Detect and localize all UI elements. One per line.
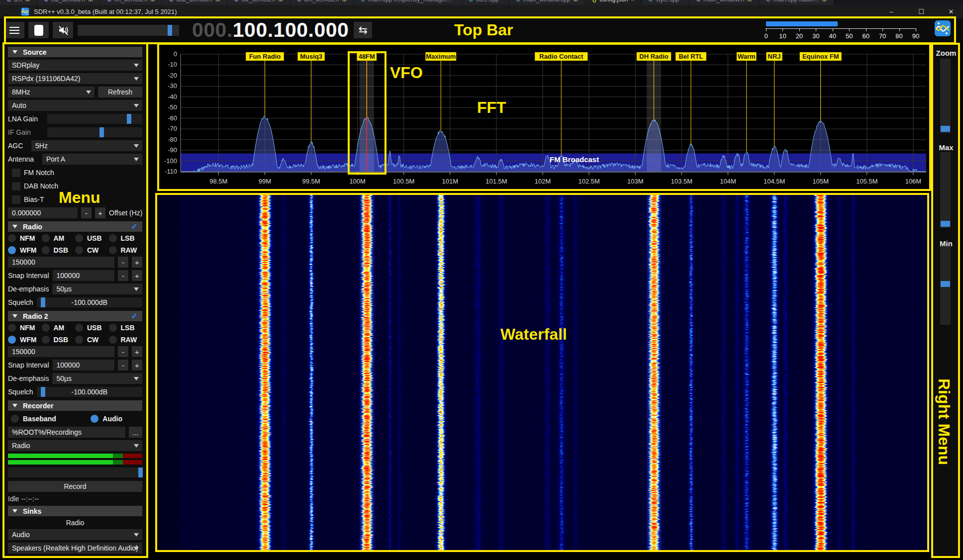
mode-nfm-radio[interactable]: NFM (8, 234, 42, 242)
snap-increment-button[interactable]: + (132, 360, 142, 371)
mode-dsb-radio[interactable]: DSB (42, 336, 76, 344)
mode-wfm-radio[interactable]: WFM (8, 336, 42, 344)
source-device-select[interactable]: RSPdx (191106DA42) (8, 73, 142, 84)
waterfall[interactable] (158, 195, 931, 552)
dab-notch-checkbox[interactable] (12, 182, 20, 190)
editor-tab[interactable]: Cam_demod.hM (290, 0, 354, 5)
maximize-button[interactable]: ☐ (916, 8, 926, 15)
sink-type-select[interactable]: Audio (8, 529, 142, 540)
minimize-button[interactable]: – (886, 8, 896, 15)
slider-handle[interactable] (941, 126, 950, 132)
bandwidth-select[interactable]: 8MHz (8, 87, 95, 97)
editor-tab[interactable]: {}config.json× (585, 0, 642, 5)
volume-slider-handle[interactable] (168, 25, 172, 36)
editor-tab[interactable]: Clsb_demod.hM (37, 0, 100, 5)
record-baseband-radio[interactable]: Baseband (11, 415, 56, 423)
mode-lsb-radio[interactable]: LSB (109, 324, 143, 332)
editor-tab[interactable]: Cstyle.cpp (642, 0, 689, 5)
record-button[interactable]: Record (8, 481, 142, 492)
gain-mode-select[interactable]: Auto (8, 100, 142, 111)
mode-raw-radio[interactable]: RAW (109, 336, 143, 344)
if-gain-slider[interactable] (47, 127, 142, 137)
recorder-volume-slider[interactable] (8, 467, 142, 477)
mode-am-radio[interactable]: AM (42, 324, 76, 332)
bias-t-checkbox[interactable] (12, 195, 20, 204)
bandwidth-increment-button[interactable]: + (132, 257, 142, 268)
fft-min-slider[interactable] (940, 246, 951, 325)
record-audio-radio[interactable]: Audio (91, 415, 122, 423)
source-section-header[interactable]: Source (8, 47, 142, 57)
zoom-slider[interactable] (940, 59, 951, 133)
recorder-section-header[interactable]: Recorder (8, 400, 142, 411)
retune-swap-button[interactable]: ⇆ (354, 22, 372, 38)
db-axis-label: -70 (168, 125, 177, 132)
slider-handle[interactable] (127, 114, 131, 124)
source-driver-select[interactable]: SDRplay (8, 60, 142, 71)
stop-button[interactable] (28, 22, 49, 38)
editor-tab[interactable]: Cmain_window.hM (689, 0, 759, 5)
squelch-slider[interactable]: -100.000dB (37, 297, 142, 307)
mode-cw-radio[interactable]: CW (75, 246, 109, 254)
mode-nfm-radio[interactable]: NFM (8, 324, 42, 332)
mode-raw-radio[interactable]: RAW (109, 246, 143, 254)
deemphasis-select[interactable]: 50µs (52, 373, 142, 384)
mode-usb-radio[interactable]: USB (75, 324, 109, 332)
main-menu-button[interactable] (4, 22, 24, 38)
snap-interval-input[interactable]: 100000 (53, 360, 115, 371)
fm-notch-checkbox[interactable] (12, 169, 20, 177)
offset-input[interactable]: 0.000000 (8, 207, 78, 218)
close-button[interactable]: ✕ (946, 8, 956, 15)
radio2-section-header[interactable]: Radio 2 ✓ (8, 311, 142, 321)
bandwidth-increment-button[interactable]: + (132, 346, 142, 357)
radio2-bandwidth-input[interactable]: 150000 (8, 346, 114, 357)
antenna-select[interactable]: Port A (42, 154, 142, 165)
radio-section-header[interactable]: Radio ✓ (8, 221, 142, 232)
mode-dsb-radio[interactable]: DSB (42, 246, 76, 254)
slider-handle[interactable] (138, 467, 143, 477)
frequency-display[interactable]: 000.100.100.000 (192, 20, 349, 40)
squelch-slider[interactable]: -100.000dB (37, 387, 142, 397)
deemphasis-select[interactable]: 50µs (52, 283, 142, 294)
bandwidth-decrement-button[interactable]: - (118, 257, 128, 268)
snap-decrement-button[interactable]: - (118, 270, 128, 281)
editor-tab[interactable]: Cmain.cpp radio\...M (759, 0, 834, 5)
snap-interval-input[interactable]: 100000 (53, 270, 115, 281)
fft-max-slider[interactable] (940, 152, 951, 228)
lna-gain-slider[interactable] (47, 114, 142, 124)
snap-increment-button[interactable]: + (132, 270, 142, 281)
editor-tab[interactable]: Cfm_demod.hM (100, 0, 163, 5)
radio-bandwidth-input[interactable]: 150000 (8, 257, 114, 268)
editor-tab[interactable]: Ccw_demod.hM (227, 0, 290, 5)
offset-decrement-button[interactable]: - (81, 207, 92, 218)
slider-handle[interactable] (941, 281, 950, 287)
bandwidth-decrement-button[interactable]: - (118, 346, 128, 357)
agc-rate-select[interactable]: 5Hz (31, 140, 142, 151)
browse-button[interactable]: ... (129, 427, 142, 438)
editor-tab[interactable]: Cmain.cpp frequency_manager... (354, 0, 462, 5)
recordings-path-input[interactable]: %ROOT%/Recordings (8, 427, 125, 438)
volume-slider[interactable] (78, 25, 179, 36)
audio-device-select[interactable]: Speakers (Realtek High Definition Audio) (8, 543, 142, 554)
slider-handle[interactable] (941, 221, 950, 227)
mode-wfm-radio[interactable]: WFM (8, 246, 42, 254)
editor-tab[interactable]: Cmain_window.cppM (509, 0, 585, 5)
refresh-button[interactable]: Refresh (98, 87, 142, 97)
offset-increment-button[interactable]: + (95, 207, 105, 218)
snap-decrement-button[interactable]: - (118, 360, 128, 371)
mode-usb-radio[interactable]: USB (75, 234, 109, 242)
sinks-section-header[interactable]: Sinks (8, 506, 142, 516)
mute-button[interactable] (53, 22, 73, 38)
editor-tab[interactable]: Ccore.cpp (462, 0, 509, 5)
fft-plot[interactable]: Fun RadioMusiq348FMMaximumRadio ContactD… (158, 43, 931, 192)
tab-modified-marker: M (747, 0, 752, 2)
mode-cw-radio[interactable]: CW (75, 336, 109, 344)
slider-handle[interactable] (99, 127, 104, 137)
freq-axis-label: 101.5M (485, 178, 507, 185)
mode-lsb-radio[interactable]: LSB (109, 234, 143, 242)
editor-tab[interactable]: Cd.hM (0, 0, 37, 5)
editor-tab[interactable]: Cdsb_demod.hM (162, 0, 227, 5)
recorder-stream-select[interactable]: Radio (8, 440, 142, 451)
mode-am-radio[interactable]: AM (42, 234, 76, 242)
tab-modified-marker: M (25, 0, 30, 2)
collapse-arrow-icon (12, 50, 17, 54)
